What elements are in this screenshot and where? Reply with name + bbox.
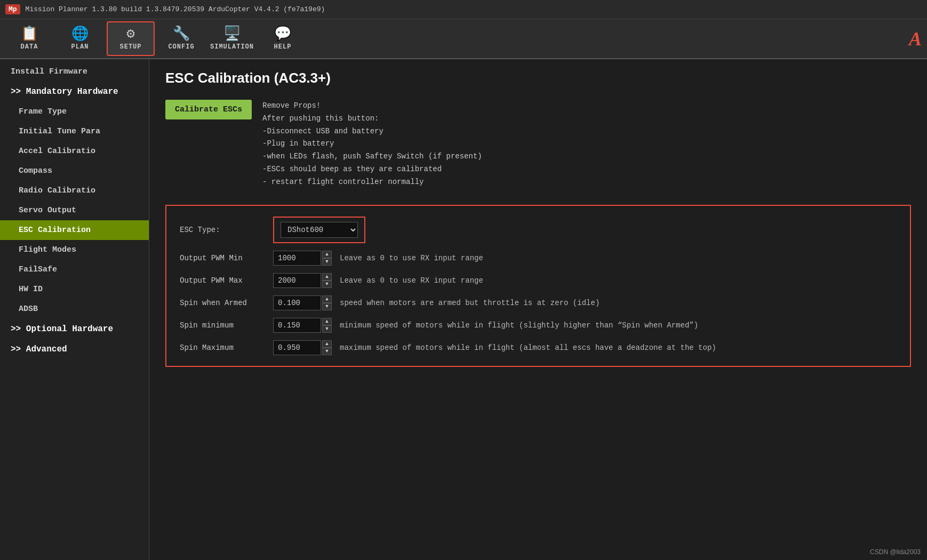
sidebar-item-radio-cal[interactable]: Radio Calibratio [0, 181, 149, 201]
simulation-icon: 🖥️ [223, 27, 241, 41]
esc-type-label: ESC Type: [180, 226, 265, 234]
pwm-max-spinner: ▲ ▼ [322, 273, 332, 288]
instruction-line1: Remove Props! [262, 100, 482, 113]
spin-max-row: Spin Maximum ▲ ▼ maximum speed of motors… [180, 340, 897, 355]
sidebar-item-accel-cal[interactable]: Accel Calibratio [0, 141, 149, 161]
data-icon: 📋 [21, 27, 38, 41]
toolbar-simulation[interactable]: 🖥️ SIMULATION [208, 21, 256, 56]
toolbar: 📋 DATA 🌐 PLAN ⚙️ SETUP 🔧 CONFIG 🖥️ SIMUL… [0, 19, 927, 59]
toolbar-data[interactable]: 📋 DATA [5, 21, 53, 56]
instruction-line3: -Disconnect USB and battery [262, 125, 482, 138]
spin-armed-desc: speed when motors are armed but throttle… [340, 299, 600, 307]
spin-max-up[interactable]: ▲ [322, 340, 332, 348]
sidebar-item-optional-hardware[interactable]: >> Optional Hardware [0, 319, 149, 339]
pwm-max-input-group: ▲ ▼ [273, 273, 332, 288]
spin-armed-up[interactable]: ▲ [322, 295, 332, 303]
sidebar-item-frame-type[interactable]: Frame Type [0, 102, 149, 122]
spin-max-input[interactable] [273, 340, 321, 355]
esc-type-row: ESC Type: DShot150 DShot300 DShot600 DSh… [180, 217, 897, 243]
content-area: ESC Calibration (AC3.3+) Calibrate ESCs … [149, 59, 927, 560]
plan-icon: 🌐 [71, 27, 89, 41]
esc-type-input-box: DShot150 DShot300 DShot600 DShot1200 PWM… [273, 217, 365, 243]
spin-min-label: Spin minimum [180, 321, 265, 330]
calibrate-section: Calibrate ESCs Remove Props! After pushi… [165, 100, 911, 189]
spin-armed-input-group: ▲ ▼ [273, 295, 332, 310]
toolbar-setup[interactable]: ⚙️ SETUP [107, 21, 155, 56]
config-icon: 🔧 [173, 27, 190, 41]
sidebar-item-advanced[interactable]: >> Advanced [0, 339, 149, 359]
sidebar-item-flight-modes[interactable]: Flight Modes [0, 240, 149, 260]
sidebar-item-compass[interactable]: Compass [0, 161, 149, 181]
spin-min-desc: minimum speed of motors while in flight … [340, 321, 698, 330]
pwm-max-row: Output PWM Max ▲ ▼ Leave as 0 to use RX … [180, 273, 897, 288]
spin-max-spinner: ▲ ▼ [322, 340, 332, 355]
help-label: HELP [274, 43, 292, 51]
toolbar-logo-area: A [909, 28, 922, 50]
pwm-min-up[interactable]: ▲ [322, 251, 332, 258]
spin-max-desc: maximum speed of motors while in flight … [340, 343, 716, 352]
pwm-min-desc: Leave as 0 to use RX input range [340, 254, 483, 262]
title-bar-text: Mission Planner 1.3.80 build 1.3.8479.20… [26, 5, 325, 13]
pwm-min-input[interactable] [273, 251, 321, 266]
pwm-max-desc: Leave as 0 to use RX input range [340, 276, 483, 285]
page-title: ESC Calibration (AC3.3+) [165, 70, 911, 86]
calibrate-escs-button[interactable]: Calibrate ESCs [165, 100, 252, 119]
help-icon: 💬 [274, 27, 291, 41]
ardupilot-logo: A [909, 28, 922, 50]
watermark: CSDN @lida2003 [870, 548, 921, 556]
spin-armed-down[interactable]: ▼ [322, 303, 332, 310]
pwm-max-up[interactable]: ▲ [322, 273, 332, 281]
pwm-max-input[interactable] [273, 273, 321, 288]
instruction-line7: - restart flight controller normally [262, 176, 482, 189]
pwm-max-down[interactable]: ▼ [322, 281, 332, 288]
sidebar-item-servo-output[interactable]: Servo Output [0, 201, 149, 220]
spin-max-down[interactable]: ▼ [322, 348, 332, 355]
spin-armed-spinner: ▲ ▼ [322, 295, 332, 310]
spin-min-input-group: ▲ ▼ [273, 318, 332, 333]
toolbar-plan[interactable]: 🌐 PLAN [56, 21, 104, 56]
spin-min-down[interactable]: ▼ [322, 325, 332, 333]
sidebar-item-failsafe[interactable]: FailSafe [0, 260, 149, 279]
pwm-min-row: Output PWM Min ▲ ▼ Leave as 0 to use RX … [180, 251, 897, 266]
toolbar-config[interactable]: 🔧 CONFIG [157, 21, 205, 56]
instruction-line6: -ESCs should beep as they are calibrated [262, 163, 482, 176]
sidebar-item-hw-id[interactable]: HW ID [0, 279, 149, 299]
settings-box: ESC Type: DShot150 DShot300 DShot600 DSh… [165, 205, 911, 367]
pwm-min-label: Output PWM Min [180, 254, 265, 262]
spin-min-row: Spin minimum ▲ ▼ minimum speed of motors… [180, 318, 897, 333]
sidebar: Install Firmware >> Mandatory Hardware F… [0, 59, 149, 560]
pwm-max-label: Output PWM Max [180, 276, 265, 285]
app-logo: Mp [5, 4, 20, 14]
spin-max-label: Spin Maximum [180, 343, 265, 352]
pwm-min-spinner: ▲ ▼ [322, 251, 332, 266]
spin-armed-row: Spin when Armed ▲ ▼ speed when motors ar… [180, 295, 897, 310]
plan-label: PLAN [71, 43, 89, 51]
spin-max-input-group: ▲ ▼ [273, 340, 332, 355]
setup-label: SETUP [119, 43, 141, 51]
instruction-line5: -when LEDs flash, push Saftey Switch (if… [262, 150, 482, 163]
sidebar-item-install-firmware[interactable]: Install Firmware [0, 62, 149, 82]
sidebar-item-esc-cal[interactable]: ESC Calibration [0, 220, 149, 240]
config-label: CONFIG [168, 43, 194, 51]
esc-type-select[interactable]: DShot150 DShot300 DShot600 DShot1200 PWM… [281, 222, 358, 238]
pwm-min-input-group: ▲ ▼ [273, 251, 332, 266]
calibrate-instructions: Remove Props! After pushing this button:… [262, 100, 482, 189]
toolbar-help[interactable]: 💬 HELP [259, 21, 307, 56]
data-label: DATA [21, 43, 38, 51]
title-bar: Mp Mission Planner 1.3.80 build 1.3.8479… [0, 0, 927, 19]
spin-min-input[interactable] [273, 318, 321, 333]
sidebar-item-adsb[interactable]: ADSB [0, 299, 149, 319]
spin-armed-label: Spin when Armed [180, 299, 265, 307]
pwm-min-down[interactable]: ▼ [322, 258, 332, 266]
instruction-line4: -Plug in battery [262, 138, 482, 150]
main-layout: Install Firmware >> Mandatory Hardware F… [0, 59, 927, 560]
sidebar-item-initial-tune[interactable]: Initial Tune Para [0, 122, 149, 141]
setup-icon: ⚙️ [126, 27, 135, 41]
simulation-label: SIMULATION [210, 43, 254, 51]
spin-min-spinner: ▲ ▼ [322, 318, 332, 333]
spin-armed-input[interactable] [273, 295, 321, 310]
instruction-line2: After pushing this button: [262, 113, 482, 125]
sidebar-item-mandatory-hardware[interactable]: >> Mandatory Hardware [0, 82, 149, 102]
spin-min-up[interactable]: ▲ [322, 318, 332, 325]
